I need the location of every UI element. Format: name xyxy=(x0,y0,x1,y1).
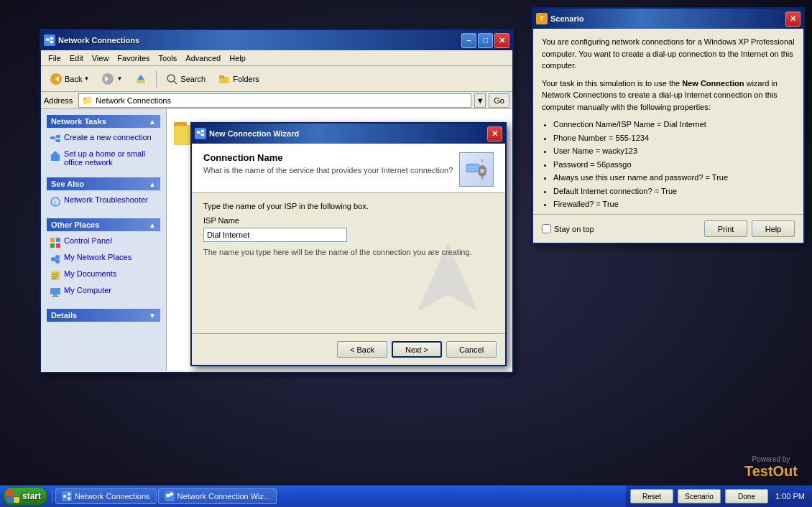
svg-rect-36 xyxy=(52,276,58,277)
svg-rect-37 xyxy=(52,278,56,279)
svg-rect-10 xyxy=(137,80,145,83)
my-network-text: My Network Places xyxy=(64,253,132,261)
wizard-next-button[interactable]: Next > xyxy=(392,341,442,358)
svg-rect-3 xyxy=(50,41,53,43)
network-tasks-items: Create a new connection Set up a home or… xyxy=(47,128,160,172)
details-header[interactable]: Details ▼ xyxy=(47,309,160,322)
svg-point-53 xyxy=(480,169,484,173)
control-panel-link[interactable]: Control Panel xyxy=(47,234,160,251)
back-icon xyxy=(49,72,63,86)
back-button[interactable]: Back ▼ xyxy=(44,69,94,89)
scenario-window: T Scenario ✕ You are configuring network… xyxy=(532,7,805,244)
address-input-container[interactable]: 📁 Network Connections xyxy=(78,93,471,108)
taskbar-done-btn[interactable]: Done xyxy=(725,489,768,503)
wizard-watermark xyxy=(405,238,491,326)
back-label: Back xyxy=(65,75,82,83)
search-button[interactable]: Search xyxy=(160,69,211,89)
see-also-header[interactable]: See Also ▲ xyxy=(47,177,160,190)
property-username: User Name = wacky123 xyxy=(553,145,795,157)
scenario-properties: Connection Name/ISP Name = Dial Internet… xyxy=(553,118,795,210)
taskbar-reset-btn[interactable]: Reset xyxy=(630,489,673,503)
back-dropdown[interactable]: ▼ xyxy=(83,75,89,82)
svg-rect-18 xyxy=(56,139,60,142)
nc-minimize-btn[interactable]: – xyxy=(461,33,476,48)
my-computer-icon xyxy=(50,287,61,298)
create-connection-text: Create a new connection xyxy=(64,133,152,141)
start-button[interactable]: start xyxy=(3,487,47,506)
svg-marker-22 xyxy=(50,151,60,156)
address-dropdown[interactable]: ▼ xyxy=(474,93,486,108)
see-also-items: i Network Troubleshooter xyxy=(47,190,160,213)
taskbar-scenario-btn[interactable]: Scenario xyxy=(678,489,721,503)
svg-rect-2 xyxy=(50,37,53,39)
stay-on-top-checkbox[interactable] xyxy=(542,224,551,233)
svg-rect-21 xyxy=(51,156,60,161)
scenario-close-btn[interactable]: ✕ xyxy=(785,11,801,27)
menu-favorites[interactable]: Favorites xyxy=(113,52,154,64)
windows-icon xyxy=(6,490,19,503)
stay-on-top-text: Stay on top xyxy=(554,225,594,233)
menu-advanced[interactable]: Advanced xyxy=(181,52,225,64)
svg-point-59 xyxy=(68,497,70,500)
other-places-header[interactable]: Other Places ▲ xyxy=(47,218,160,231)
property-connection-name: Connection Name/ISP Name = Dial Internet xyxy=(553,118,795,131)
up-button[interactable] xyxy=(129,69,153,89)
svg-rect-27 xyxy=(50,243,55,248)
svg-line-13 xyxy=(174,81,177,84)
wizard-header: Connection Name What is the name of the … xyxy=(192,144,505,193)
nc-title-icon xyxy=(44,34,55,46)
scenario-help-btn[interactable]: Help xyxy=(752,220,795,237)
my-network-places-link[interactable]: My Network Places xyxy=(47,251,160,267)
menu-help[interactable]: Help xyxy=(225,52,250,64)
wizard-title-icon xyxy=(195,128,206,139)
my-computer-link[interactable]: My Computer xyxy=(47,284,160,300)
wizard-back-button[interactable]: < Back xyxy=(337,341,387,358)
wizard-cancel-button[interactable]: Cancel xyxy=(446,341,497,358)
control-panel-icon xyxy=(50,237,61,248)
svg-rect-16 xyxy=(50,136,55,139)
nc-maximize-btn[interactable]: □ xyxy=(478,33,493,48)
property-phone: Phone Number = 555-1234 xyxy=(553,132,795,144)
testout-label: TestOut xyxy=(744,463,798,479)
svg-rect-47 xyxy=(201,134,204,136)
forward-button[interactable]: ▼ xyxy=(96,69,127,89)
taskbar-nc-item[interactable]: Network Connections xyxy=(55,488,157,504)
svg-marker-11 xyxy=(137,75,144,80)
scenario-print-btn[interactable]: Print xyxy=(704,220,747,237)
my-network-icon xyxy=(50,254,61,265)
svg-rect-46 xyxy=(201,130,204,132)
taskbar-wizard-icon xyxy=(165,491,175,501)
wizard-close-btn[interactable]: ✕ xyxy=(487,126,502,141)
svg-rect-61 xyxy=(170,493,173,496)
home-office-network-link[interactable]: Set up a home or small office network xyxy=(47,147,160,169)
svg-rect-35 xyxy=(52,274,58,275)
sidebar-network-tasks: Network Tasks ▲ xyxy=(47,115,160,172)
address-go-button[interactable]: Go xyxy=(489,93,509,108)
search-label: Search xyxy=(180,75,206,83)
folders-button[interactable]: Folders xyxy=(212,69,264,89)
nc-addressbar: Address 📁 Network Connections ▼ Go xyxy=(41,92,512,109)
stay-on-top-label[interactable]: Stay on top xyxy=(542,224,594,233)
isp-name-input[interactable] xyxy=(203,228,347,242)
home-office-text: Set up a home or small office network xyxy=(64,149,157,167)
details-chevron: ▼ xyxy=(149,312,156,320)
nc-close-btn[interactable]: ✕ xyxy=(494,33,509,48)
create-connection-link[interactable]: Create a new connection xyxy=(47,131,160,147)
troubleshooter-text: Network Troubleshooter xyxy=(64,195,148,204)
wizard-heading: Connection Name xyxy=(203,152,453,163)
scenario-intro2: Your task in this simulation is to use t… xyxy=(542,78,795,113)
my-documents-link[interactable]: My Documents xyxy=(47,267,160,284)
menu-view[interactable]: View xyxy=(88,52,114,64)
testout-brand: TestOut xyxy=(744,463,798,480)
menu-file[interactable]: File xyxy=(44,52,65,64)
network-tasks-header[interactable]: Network Tasks ▲ xyxy=(47,115,160,128)
menu-tools[interactable]: Tools xyxy=(154,52,182,64)
folders-icon xyxy=(217,72,231,86)
scenario-intro1: You are configuring network connections … xyxy=(542,36,795,72)
svg-rect-41 xyxy=(52,296,59,297)
svg-rect-28 xyxy=(56,243,60,248)
forward-dropdown[interactable]: ▼ xyxy=(116,75,122,82)
taskbar-wizard-item[interactable]: Network Connection Wiz... xyxy=(158,488,277,504)
troubleshooter-link[interactable]: i Network Troubleshooter xyxy=(47,193,160,210)
menu-edit[interactable]: Edit xyxy=(65,52,88,64)
